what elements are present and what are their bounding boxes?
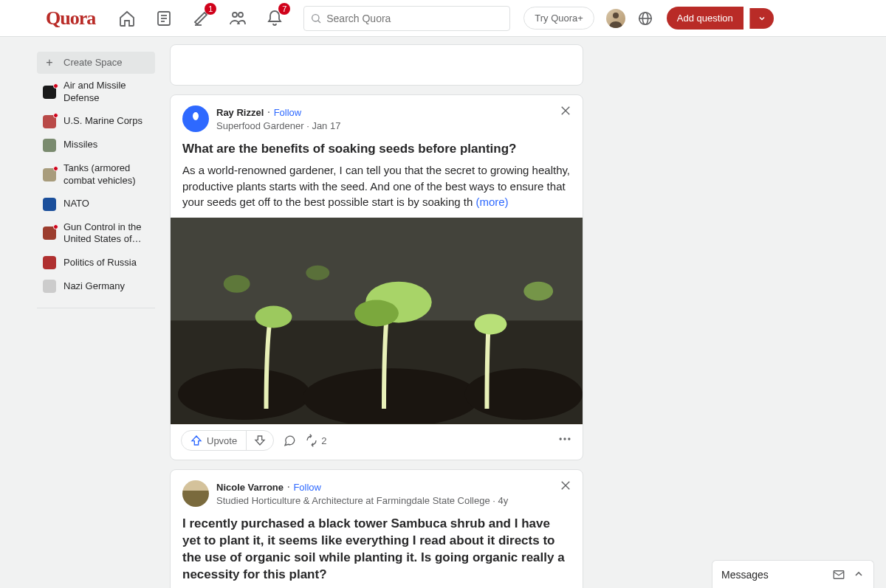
logo[interactable]: Quora [46, 7, 95, 30]
upvote-icon [190, 435, 202, 446]
chevron-up-icon[interactable] [853, 568, 865, 580]
messages-bar[interactable]: Messages [712, 560, 874, 588]
space-icon [43, 168, 56, 181]
post-title[interactable]: What are the benefits of soaking seeds b… [182, 141, 571, 158]
try-quora-plus-button[interactable]: Try Quora+ [523, 7, 594, 30]
more-link[interactable]: (more) [475, 196, 508, 208]
header: Quora 1 7 Try Quora+ [0, 0, 886, 37]
add-question-dropdown[interactable] [749, 8, 774, 29]
author-name[interactable]: Nicole Varrone [216, 482, 284, 493]
svg-point-7 [312, 14, 319, 21]
share-icon [305, 434, 318, 447]
svg-point-26 [523, 282, 553, 301]
unread-dot [53, 83, 58, 89]
unread-dot [53, 113, 58, 118]
sidebar-item-label: Nazi Germany [63, 280, 125, 293]
svg-point-29 [568, 438, 570, 440]
author-avatar[interactable] [182, 106, 209, 132]
upvote-button[interactable]: Upvote [182, 431, 246, 450]
sidebar-separator [37, 308, 155, 308]
plus-icon: + [43, 56, 56, 69]
post-card: Ray Rizzel · Follow Superfood Gardener ·… [170, 94, 583, 460]
svg-point-20 [255, 306, 292, 328]
search-icon [310, 13, 322, 24]
sidebar-item-label: U.S. Marine Corps [63, 115, 142, 128]
sidebar-item[interactable]: Politics of Russia [37, 252, 155, 274]
follow-link[interactable]: Follow [293, 482, 321, 493]
notifications-icon[interactable]: 7 [264, 7, 286, 30]
messages-title: Messages [721, 569, 769, 581]
svg-point-27 [560, 438, 562, 440]
answer-icon[interactable]: 1 [190, 7, 212, 30]
badge: 7 [278, 3, 290, 15]
post-card: Nicole Varrone · Follow Studied Horticul… [170, 469, 583, 588]
svg-point-24 [224, 275, 250, 293]
svg-point-17 [178, 368, 310, 420]
author-name[interactable]: Ray Rizzel [216, 107, 264, 118]
unread-dot [53, 166, 58, 171]
sidebar-item[interactable]: NATO [37, 193, 155, 215]
downvote-button[interactable] [246, 431, 273, 450]
space-icon [43, 256, 56, 269]
upvote-label: Upvote [207, 435, 237, 446]
search-input[interactable] [326, 13, 504, 24]
comment-button[interactable] [283, 434, 296, 447]
create-space-button[interactable]: + Create Space [37, 52, 155, 74]
spaces-icon[interactable] [227, 7, 249, 30]
space-icon [43, 86, 56, 99]
space-icon [43, 198, 56, 211]
space-icon [43, 280, 56, 293]
more-button[interactable] [557, 432, 572, 449]
sidebar-item-label: NATO [63, 198, 89, 210]
post-title[interactable]: I recently purchased a black tower Sambu… [182, 516, 571, 584]
sidebar-item[interactable]: Tanks (armored combat vehicles) [37, 158, 155, 192]
sidebar-item-label: Air and Missile Defense [63, 80, 149, 105]
svg-point-25 [306, 266, 329, 280]
sidebar-item[interactable]: Gun Control in the United States of… [37, 217, 155, 251]
author-credential: Superfood Gardener · Jan 17 [216, 120, 340, 131]
svg-point-5 [233, 13, 237, 17]
svg-point-22 [354, 300, 399, 327]
svg-line-8 [318, 20, 320, 22]
follow-link[interactable]: Follow [274, 107, 302, 118]
space-icon [43, 139, 56, 152]
post-body: As a world-renowned gardener, I can tell… [182, 162, 571, 210]
post-image[interactable] [171, 218, 583, 424]
language-icon[interactable] [637, 10, 653, 27]
share-button[interactable]: 2 [305, 434, 326, 447]
right-column [598, 44, 820, 588]
sidebar-item-label: Gun Control in the United States of… [63, 221, 149, 246]
svg-point-6 [238, 13, 243, 17]
create-space-label: Create Space [63, 57, 123, 69]
svg-point-19 [465, 368, 583, 420]
new-message-icon[interactable] [832, 568, 845, 581]
svg-point-28 [563, 438, 566, 440]
post-card-prev [170, 44, 583, 86]
sidebar-item[interactable]: U.S. Marine Corps [37, 111, 155, 133]
sidebar-item[interactable]: Nazi Germany [37, 275, 155, 297]
space-icon [43, 226, 56, 240]
sidebar: + Create Space Air and Missile DefenseU.… [37, 44, 155, 588]
close-icon[interactable] [559, 479, 572, 495]
vote-pill: Upvote [181, 430, 274, 451]
svg-point-9 [613, 13, 619, 18]
sidebar-item[interactable]: Missiles [37, 134, 155, 156]
search-box[interactable] [303, 6, 510, 31]
space-icon [43, 115, 56, 128]
home-icon[interactable] [116, 7, 138, 30]
close-icon[interactable] [559, 104, 572, 120]
avatar[interactable] [606, 9, 625, 28]
more-icon [557, 432, 572, 446]
share-count: 2 [321, 435, 326, 446]
unread-dot [53, 224, 58, 229]
sidebar-item-label: Politics of Russia [63, 257, 137, 269]
badge: 1 [205, 3, 216, 15]
sidebar-item[interactable]: Air and Missile Defense [37, 75, 155, 109]
downvote-icon [254, 435, 266, 446]
feed: Ray Rizzel · Follow Superfood Gardener ·… [170, 44, 583, 588]
sidebar-item-label: Missiles [63, 139, 97, 151]
add-question-button[interactable]: Add question [667, 7, 744, 30]
author-avatar[interactable] [182, 480, 209, 507]
sidebar-item-label: Tanks (armored combat vehicles) [63, 162, 149, 187]
following-icon[interactable] [153, 7, 175, 30]
